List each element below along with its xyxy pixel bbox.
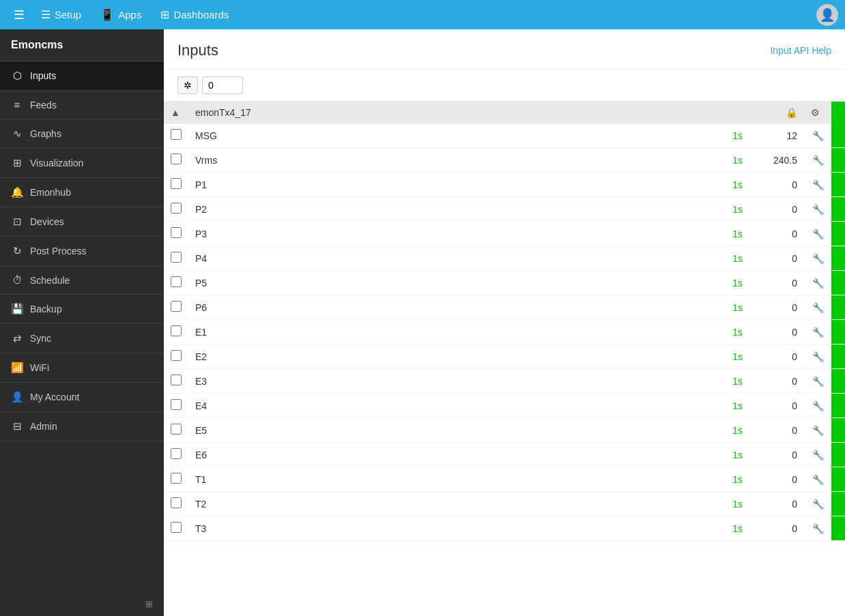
green-indicator: [831, 222, 845, 246]
input-wrench-cell[interactable]: 🔧: [804, 320, 831, 344]
row-checkbox[interactable]: [171, 325, 182, 336]
input-wrench-cell[interactable]: 🔧: [804, 516, 831, 541]
row-checkbox[interactable]: [171, 375, 182, 385]
input-value: 0: [749, 492, 804, 516]
input-wrench-cell[interactable]: 🔧: [804, 467, 831, 492]
row-checkbox[interactable]: [171, 522, 182, 533]
wrench-icon[interactable]: 🔧: [812, 155, 824, 166]
input-name: T3: [188, 516, 715, 541]
schedule-icon: ⏱: [11, 274, 23, 286]
wrench-icon[interactable]: 🔧: [812, 302, 824, 313]
wrench-icon[interactable]: 🔧: [812, 450, 824, 460]
group-collapse-icon[interactable]: ▲: [171, 107, 180, 118]
row-checkbox-cell: [164, 344, 188, 369]
wrench-icon[interactable]: 🔧: [812, 253, 824, 264]
wrench-icon[interactable]: 🔧: [812, 204, 824, 215]
wrench-icon[interactable]: 🔧: [812, 179, 824, 190]
green-indicator: [831, 467, 845, 492]
input-wrench-cell[interactable]: 🔧: [804, 222, 831, 246]
green-indicator: [831, 173, 845, 197]
row-checkbox[interactable]: [171, 399, 182, 410]
input-wrench-cell[interactable]: 🔧: [804, 394, 831, 418]
sidebar-item-feeds[interactable]: ≡ Feeds: [0, 91, 164, 119]
group-gear-cell[interactable]: ⚙: [804, 102, 831, 123]
input-wrench-cell[interactable]: 🔧: [804, 418, 831, 443]
wrench-icon[interactable]: 🔧: [812, 130, 824, 141]
wrench-icon[interactable]: 🔧: [812, 499, 824, 510]
table-row: T1 1s 0 🔧: [164, 467, 845, 492]
sidebar-item-post-process[interactable]: ↻ Post Process: [0, 237, 164, 266]
row-checkbox[interactable]: [171, 178, 182, 189]
nav-apps[interactable]: 📱 Apps: [91, 0, 151, 29]
sidebar-item-sync[interactable]: ⇄ Sync: [0, 324, 164, 353]
row-checkbox[interactable]: [171, 227, 182, 238]
input-wrench-cell[interactable]: 🔧: [804, 443, 831, 467]
wrench-icon[interactable]: 🔧: [812, 400, 824, 411]
green-indicator: [831, 492, 845, 516]
gear-icon[interactable]: ⚙: [811, 107, 820, 118]
sidebar-item-schedule[interactable]: ⏱ Schedule: [0, 266, 164, 295]
nav-dashboards[interactable]: ⊞ Dashboards: [151, 0, 238, 29]
sidebar-item-visualization[interactable]: ⊞ Visualization: [0, 149, 164, 178]
row-checkbox[interactable]: [171, 424, 182, 435]
input-name: E3: [188, 369, 715, 394]
sidebar-item-backup[interactable]: 💾 Backup: [0, 295, 164, 324]
user-avatar[interactable]: 👤: [816, 4, 838, 26]
wrench-icon[interactable]: 🔧: [812, 474, 824, 485]
nav-dashboards-label: Dashboards: [173, 9, 229, 20]
input-wrench-cell[interactable]: 🔧: [804, 369, 831, 394]
hamburger-icon[interactable]: ☰: [7, 8, 31, 23]
sidebar-item-inputs[interactable]: ⬡ Inputs: [0, 61, 164, 91]
row-checkbox[interactable]: [171, 203, 182, 214]
filter-input[interactable]: [202, 76, 243, 94]
sidebar-item-emonhub[interactable]: 🔔 Emonhub: [0, 178, 164, 207]
input-name: P5: [188, 271, 715, 295]
wrench-icon[interactable]: 🔧: [812, 523, 824, 534]
input-wrench-cell[interactable]: 🔧: [804, 492, 831, 516]
sidebar-item-inputs-label: Inputs: [30, 70, 56, 81]
sidebar-item-admin[interactable]: ⊟ Admin: [0, 412, 164, 441]
row-checkbox[interactable]: [171, 448, 182, 459]
input-wrench-cell[interactable]: 🔧: [804, 344, 831, 369]
wrench-icon[interactable]: 🔧: [812, 425, 824, 436]
input-api-help-link[interactable]: Input API Help: [770, 45, 831, 56]
wrench-icon[interactable]: 🔧: [812, 376, 824, 387]
sidebar-item-graphs[interactable]: ∿ Graphs: [0, 119, 164, 149]
wrench-icon[interactable]: 🔧: [812, 327, 824, 338]
wrench-icon[interactable]: 🔧: [812, 278, 824, 289]
input-value: 0: [749, 344, 804, 369]
row-checkbox-cell: [164, 320, 188, 344]
row-checkbox[interactable]: [171, 350, 182, 361]
input-value: 0: [749, 197, 804, 222]
input-wrench-cell[interactable]: 🔧: [804, 173, 831, 197]
pin-button[interactable]: ✲: [177, 76, 198, 94]
input-wrench-cell[interactable]: 🔧: [804, 123, 831, 148]
row-checkbox[interactable]: [171, 252, 182, 263]
row-checkbox[interactable]: [171, 153, 182, 164]
sidebar-item-devices[interactable]: ⊡ Devices: [0, 207, 164, 237]
input-interval: 1s: [715, 344, 749, 369]
sidebar-collapse-button[interactable]: ⊞: [0, 592, 164, 616]
sidebar-item-my-account[interactable]: 👤 My Account: [0, 383, 164, 412]
row-checkbox[interactable]: [171, 129, 182, 140]
wrench-icon[interactable]: 🔧: [812, 229, 824, 239]
input-interval: 1s: [715, 320, 749, 344]
sidebar-item-wifi[interactable]: 📶 WiFi: [0, 353, 164, 383]
input-wrench-cell[interactable]: 🔧: [804, 295, 831, 320]
row-checkbox[interactable]: [171, 301, 182, 312]
input-wrench-cell[interactable]: 🔧: [804, 197, 831, 222]
input-wrench-cell[interactable]: 🔧: [804, 148, 831, 173]
nav-setup[interactable]: ☰ Setup: [31, 0, 91, 29]
wrench-icon[interactable]: 🔧: [812, 351, 824, 362]
sidebar-item-wifi-label: WiFi: [30, 362, 49, 373]
row-checkbox[interactable]: [171, 497, 182, 508]
row-checkbox[interactable]: [171, 473, 182, 484]
row-checkbox[interactable]: [171, 276, 182, 287]
row-checkbox-cell: [164, 222, 188, 246]
input-wrench-cell[interactable]: 🔧: [804, 271, 831, 295]
table-row: P1 1s 0 🔧: [164, 173, 845, 197]
row-checkbox-cell: [164, 394, 188, 418]
input-interval: 1s: [715, 418, 749, 443]
green-indicator: [831, 320, 845, 344]
input-wrench-cell[interactable]: 🔧: [804, 246, 831, 271]
